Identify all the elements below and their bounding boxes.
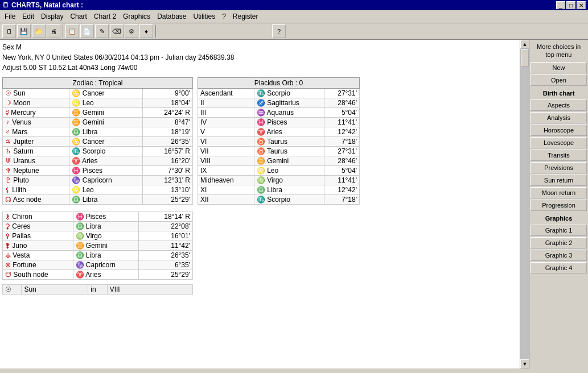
asteroid-degree-cell: 26°35' bbox=[139, 251, 193, 260]
sidebar-graphic4-button[interactable]: Graphic 4 bbox=[531, 262, 587, 273]
planet-cell: ♆ Neptune bbox=[3, 166, 69, 176]
sidebar-horoscope-button[interactable]: Horoscope bbox=[531, 125, 587, 136]
house-name-cell: XII bbox=[198, 195, 254, 205]
scroll-up-button[interactable]: ▲ bbox=[520, 40, 529, 49]
house-row: VIII ♊ Gemini 28°46' bbox=[198, 156, 360, 166]
planet-cell: ♄ Saturn bbox=[3, 147, 69, 156]
planet-row: ☽ Moon ♌ Leo 18°04' bbox=[3, 98, 193, 108]
toolbar-new[interactable]: 🗒 bbox=[2, 24, 16, 38]
toolbar-print[interactable]: 🖨 bbox=[47, 24, 60, 38]
house-sign-cell: ♎ Libra bbox=[254, 185, 324, 195]
window-title: CHARTS, Natal chart : bbox=[11, 1, 83, 9]
menu-database[interactable]: Database bbox=[154, 11, 190, 22]
toolbar-copy[interactable]: 📋 bbox=[65, 24, 79, 38]
menu-chart2[interactable]: Chart 2 bbox=[91, 11, 120, 22]
asteroid-degree-cell: 11°42' bbox=[139, 241, 193, 251]
sign-cell: ♎ Libra bbox=[69, 127, 142, 137]
house-row: IV ♓ Pisces 11°41' bbox=[198, 118, 360, 127]
sign-cell: ♊ Gemini bbox=[69, 108, 142, 118]
planet-row: ⚸ Lilith ♌ Leo 13°10' bbox=[3, 185, 193, 195]
sidebar-open-button[interactable]: Open bbox=[531, 74, 587, 86]
toolbar-open-folder[interactable]: 📁 bbox=[32, 24, 46, 38]
house-degree-cell: 5°04' bbox=[324, 166, 360, 176]
sidebar-analysis-button[interactable]: Analysis bbox=[531, 112, 587, 123]
menu-register[interactable]: Register bbox=[229, 11, 262, 22]
app-icon: 🗒 bbox=[2, 1, 9, 9]
menu-chart[interactable]: Chart bbox=[67, 11, 90, 22]
menu-utilities[interactable]: Utilities bbox=[190, 11, 219, 22]
asteroid-degree-cell: 22°08' bbox=[139, 222, 193, 231]
houses-table: Placidus Orb : 0 Ascendant ♏ Scorpio 27°… bbox=[198, 77, 360, 205]
house-row: VI ♉ Taurus 7°18' bbox=[198, 137, 360, 147]
asteroid-sign-cell: ♈ Aries bbox=[73, 270, 139, 280]
menu-file[interactable]: File bbox=[1, 11, 19, 22]
scroll-thumb[interactable] bbox=[521, 49, 529, 67]
toolbar-save[interactable]: 💾 bbox=[17, 24, 31, 38]
toolbar-paste[interactable]: 📄 bbox=[80, 24, 94, 38]
asteroid-row: ☋ South node ♈ Aries 25°29' bbox=[3, 270, 193, 280]
sidebar-transits-button[interactable]: Transits bbox=[531, 150, 587, 161]
house-name-cell: Midheaven bbox=[198, 176, 254, 185]
sidebar-graphic2-button[interactable]: Graphic 2 bbox=[531, 237, 587, 248]
sign-cell: ♌ Leo bbox=[69, 185, 142, 195]
toolbar-settings[interactable]: ⚙ bbox=[125, 24, 138, 38]
sign-cell: ♏ Scorpio bbox=[69, 147, 142, 156]
minimize-button[interactable]: _ bbox=[556, 1, 565, 9]
asteroid-cell: ⚷ Chiron bbox=[3, 212, 73, 222]
house-row: Midheaven ♍ Virgo 11°41' bbox=[198, 176, 360, 185]
menu-display[interactable]: Display bbox=[38, 11, 67, 22]
planet-row: ♄ Saturn ♏ Scorpio 16°57' R bbox=[3, 147, 193, 156]
house-name-cell: III bbox=[198, 108, 254, 118]
sidebar-sun-return-button[interactable]: Sun return bbox=[531, 175, 587, 186]
house-sign-cell: ♉ Taurus bbox=[254, 137, 324, 147]
asteroid-row: ⚴ Pallas ♍ Virgo 16°01' bbox=[3, 231, 193, 241]
scroll-down-button[interactable]: ▼ bbox=[520, 359, 529, 368]
planets-table: Zodiac : Tropical ☉ Sun ♋ Cancer 9°00' ☽… bbox=[2, 77, 193, 205]
asteroid-degree-cell: 18°14' R bbox=[139, 212, 193, 222]
toolbar-erase[interactable]: ⌫ bbox=[110, 24, 124, 38]
bottom-name: Sun bbox=[22, 285, 88, 295]
sidebar-progression-button[interactable]: Progression bbox=[531, 200, 587, 211]
house-row: XI ♎ Libra 12°42' bbox=[198, 185, 360, 195]
planet-cell: ♇ Pluto bbox=[3, 176, 69, 185]
sidebar-birth-chart-label: Birth chart bbox=[531, 88, 587, 98]
toolbar-chart[interactable]: ♦ bbox=[139, 24, 153, 38]
sign-cell: ♎ Libra bbox=[69, 195, 142, 205]
sidebar-moon-return-button[interactable]: Moon return bbox=[531, 187, 587, 198]
toolbar-help[interactable]: ? bbox=[272, 24, 286, 38]
planet-cell: ♃ Jupiter bbox=[3, 137, 69, 147]
sidebar-top-menu-label: More choices in top menu bbox=[531, 41, 587, 61]
house-sign-cell: ♓ Pisces bbox=[254, 118, 324, 127]
planet-row: ♆ Neptune ♓ Pisces 7°30' R bbox=[3, 166, 193, 176]
house-degree-cell: 7°18' bbox=[324, 137, 360, 147]
sidebar-lovescope-button[interactable]: Lovescope bbox=[531, 137, 587, 148]
sign-cell: ♋ Cancer bbox=[69, 137, 142, 147]
menu-help[interactable]: ? bbox=[219, 11, 229, 22]
house-name-cell: VII bbox=[198, 147, 254, 156]
house-row: V ♈ Aries 12°42' bbox=[198, 127, 360, 137]
sign-cell: ♊ Gemini bbox=[69, 118, 142, 127]
sidebar-graphics-label: Graphics bbox=[531, 213, 587, 223]
table-gap bbox=[193, 77, 198, 205]
maximize-button[interactable]: □ bbox=[566, 1, 575, 9]
planet-row: ♅ Uranus ♈ Aries 16°20' bbox=[3, 156, 193, 166]
menu-edit[interactable]: Edit bbox=[19, 11, 38, 22]
right-sidebar: More choices in top menu New Open Birth … bbox=[529, 40, 588, 368]
sidebar-graphic3-button[interactable]: Graphic 3 bbox=[531, 250, 587, 261]
menu-bar: File Edit Display Chart Chart 2 Graphics… bbox=[0, 10, 588, 23]
menu-graphics[interactable]: Graphics bbox=[120, 11, 154, 22]
sidebar-new-button[interactable]: New bbox=[531, 62, 587, 73]
house-degree-cell: 7°18' bbox=[324, 195, 360, 205]
house-sign-cell: ♌ Leo bbox=[254, 166, 324, 176]
close-button[interactable]: ✕ bbox=[577, 1, 586, 9]
house-degree-cell: 11°41' bbox=[324, 118, 360, 127]
sidebar-aspects-button[interactable]: Aspects bbox=[531, 100, 587, 111]
toolbar: 🗒 💾 📁 🖨 📋 📄 ✎ ⌫ ⚙ ♦ ? bbox=[0, 23, 588, 40]
house-row: III ♒ Aquarius 5°04' bbox=[198, 108, 360, 118]
sidebar-graphic1-button[interactable]: Graphic 1 bbox=[531, 225, 587, 236]
sidebar-previsions-button[interactable]: Previsions bbox=[531, 162, 587, 173]
planet-cell: ♂ Mars bbox=[3, 127, 69, 137]
toolbar-edit[interactable]: ✎ bbox=[95, 24, 109, 38]
house-degree-cell: 12°42' bbox=[324, 185, 360, 195]
toolbar-sep2 bbox=[155, 25, 156, 38]
